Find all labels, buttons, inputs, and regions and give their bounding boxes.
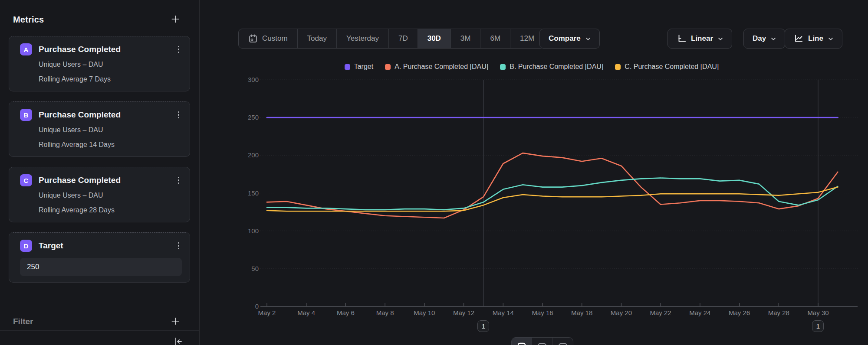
metric-card-b[interactable]: BPurchase CompletedUnique Users – DAURol…	[9, 101, 190, 157]
add-filter-button[interactable]	[169, 315, 182, 328]
metric-title: Purchase Completed	[39, 110, 175, 120]
x-axis-tick-label: May 18	[562, 309, 602, 316]
panel-size-small-button[interactable]	[512, 338, 532, 345]
add-metric-button[interactable]	[169, 13, 182, 26]
range-tab-30d[interactable]: 30D	[418, 29, 451, 48]
chevron-down-icon	[771, 34, 776, 43]
metric-rolling-label: Rolling Average 7 Days	[39, 75, 182, 85]
range-tab-12m[interactable]: 12M	[510, 29, 544, 48]
range-tab-label: 7D	[398, 34, 408, 43]
filter-title: Filter	[13, 317, 33, 326]
x-axis-tick-label: May 6	[326, 309, 365, 316]
x-axis-tick-label: May 20	[602, 309, 641, 316]
range-tab-7d[interactable]: 7D	[389, 29, 418, 48]
range-tab-custom[interactable]: Custom	[239, 29, 298, 48]
x-axis-tick-label: May 16	[523, 309, 562, 316]
sidebar: Metrics APurchase CompletedUnique Users …	[0, 0, 200, 345]
sidebar-divider	[0, 330, 199, 331]
kebab-dot	[178, 46, 180, 48]
metric-menu-button[interactable]	[175, 241, 182, 251]
range-tab-label: Custom	[262, 34, 288, 43]
kebab-dot	[178, 248, 180, 250]
metric-card-c[interactable]: CPurchase CompletedUnique Users – DAURol…	[9, 167, 190, 222]
date-range-tabs: CustomTodayYesterday7D30D3M6M12M	[238, 29, 544, 49]
y-axis-tick-label: 200	[200, 151, 259, 159]
collapse-sidebar-icon	[173, 336, 184, 345]
range-tab-yesterday[interactable]: Yesterday	[337, 29, 389, 48]
kebab-dot	[178, 117, 180, 119]
x-axis-tick-label: May 8	[365, 309, 404, 316]
range-tab-label: 12M	[520, 34, 534, 43]
chevron-down-icon	[585, 34, 591, 43]
x-axis-tick-label: May 12	[444, 309, 483, 316]
x-axis-tick-label: May 2	[247, 309, 286, 316]
chevron-down-icon	[718, 34, 723, 43]
panel-small-icon	[517, 342, 526, 345]
range-tab-today[interactable]: Today	[298, 29, 337, 48]
metric-rolling-label: Rolling Average 14 Days	[39, 141, 182, 150]
metric-menu-button[interactable]	[175, 110, 182, 120]
metric-menu-button[interactable]	[175, 44, 182, 55]
x-axis-tick-label: May 22	[641, 309, 680, 316]
compare-label: Compare	[549, 34, 581, 43]
metric-menu-button[interactable]	[175, 175, 182, 186]
kebab-dot	[178, 182, 180, 184]
range-tab-3m[interactable]: 3M	[451, 29, 481, 48]
metrics-title: Metrics	[13, 15, 44, 25]
annotation-badge[interactable]: 1	[812, 320, 824, 332]
interval-label: Day	[753, 34, 766, 43]
interval-select-button[interactable]: Day	[743, 29, 785, 49]
y-axis-tick-label: 50	[200, 265, 259, 272]
metric-title: Purchase Completed	[39, 45, 175, 54]
metric-card-list: APurchase CompletedUnique Users – DAURol…	[9, 36, 190, 293]
kebab-dot	[178, 49, 180, 50]
x-axis-tick-label: May 4	[287, 309, 326, 316]
metric-badge: B	[20, 109, 32, 121]
metric-card-header: CPurchase Completed	[20, 174, 182, 186]
annotation-badge[interactable]: 1	[477, 320, 489, 332]
panel-size-medium-button[interactable]	[532, 338, 552, 345]
kebab-dot	[178, 242, 180, 244]
panel-large-icon-button[interactable]	[552, 338, 573, 345]
scale-select-button[interactable]: Linear	[667, 29, 732, 49]
y-axis-tick-label: 100	[200, 227, 259, 234]
chart-type-button[interactable]: Line	[785, 29, 842, 49]
chart-canvas[interactable]	[200, 56, 868, 345]
calendar-icon	[248, 34, 258, 43]
line-chart-icon	[794, 34, 803, 43]
chevron-down-icon	[828, 34, 833, 43]
metric-title: Purchase Completed	[39, 176, 175, 185]
metric-title: Target	[39, 241, 175, 251]
kebab-dot	[178, 177, 180, 179]
metric-badge: C	[20, 174, 32, 186]
metric-card-d[interactable]: DTarget	[9, 232, 190, 283]
panel-large-icon	[558, 342, 568, 345]
range-tab-label: 6M	[490, 34, 500, 43]
kebab-dot	[178, 111, 180, 113]
kebab-dot	[178, 179, 180, 181]
analytics-dashboard: Metrics APurchase CompletedUnique Users …	[0, 0, 868, 345]
compare-button[interactable]: Compare	[539, 29, 600, 49]
metric-badge: D	[20, 240, 32, 252]
panel-size-toolbar	[511, 337, 573, 345]
metric-measure-label: Unique Users – DAU	[39, 126, 182, 136]
metric-card-a[interactable]: APurchase CompletedUnique Users – DAURol…	[9, 36, 190, 91]
kebab-dot	[178, 245, 180, 247]
metric-measure-label: Unique Users – DAU	[39, 192, 182, 201]
range-tab-label: Today	[307, 34, 327, 43]
range-tab-6m[interactable]: 6M	[480, 29, 510, 48]
y-axis-tick-label: 300	[200, 76, 259, 83]
metric-badge: A	[20, 43, 32, 55]
plus-icon	[171, 317, 180, 327]
x-axis-tick-label: May 24	[681, 309, 720, 316]
x-axis-tick-label: May 10	[405, 309, 444, 316]
plus-icon	[171, 15, 180, 25]
collapse-sidebar-button[interactable]	[172, 335, 185, 345]
range-tab-label: Yesterday	[346, 34, 379, 43]
x-axis-tick-label: May 14	[483, 309, 523, 316]
chart-type-label: Line	[808, 34, 823, 43]
range-tab-label: 3M	[460, 34, 471, 43]
metric-card-header: DTarget	[20, 240, 182, 252]
target-value-input[interactable]	[20, 258, 182, 276]
metric-card-header: BPurchase Completed	[20, 109, 182, 121]
